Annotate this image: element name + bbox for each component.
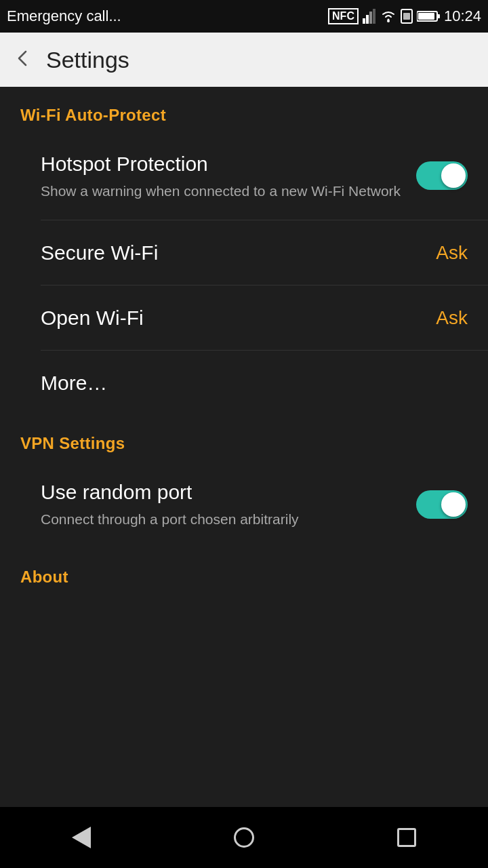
nav-bar bbox=[0, 807, 488, 868]
wifi-section-header: Wi-Fi Auto-Protect bbox=[0, 87, 488, 132]
signal-icon bbox=[363, 9, 376, 24]
wifi-icon bbox=[380, 10, 396, 22]
hotspot-protection-subtitle: Show a warning when connected to a new W… bbox=[41, 181, 403, 201]
vpn-section-header: VPN Settings bbox=[0, 415, 488, 460]
nav-back-icon bbox=[72, 827, 91, 848]
nav-recents-icon bbox=[397, 828, 416, 847]
svg-rect-2 bbox=[369, 12, 372, 24]
svg-point-4 bbox=[387, 20, 390, 22]
battery-icon bbox=[417, 10, 440, 22]
more-content: More… bbox=[41, 370, 468, 396]
svg-rect-8 bbox=[418, 13, 434, 20]
nav-home-icon bbox=[234, 827, 254, 848]
about-section-header: About bbox=[0, 549, 488, 593]
sim-icon bbox=[401, 9, 413, 24]
hotspot-protection-item[interactable]: Hotspot Protection Show a warning when c… bbox=[0, 132, 488, 220]
random-port-title: Use random port bbox=[41, 479, 403, 505]
status-bar: Emergency call... NFC 10:24 bbox=[0, 0, 488, 33]
secure-wifi-content: Secure Wi-Fi bbox=[41, 239, 436, 266]
svg-rect-9 bbox=[437, 14, 440, 18]
nav-back-button[interactable] bbox=[54, 810, 108, 865]
secure-wifi-value: Ask bbox=[436, 242, 468, 264]
svg-rect-3 bbox=[373, 9, 375, 24]
nav-recents-button[interactable] bbox=[380, 810, 434, 865]
secure-wifi-item[interactable]: Secure Wi-Fi Ask bbox=[0, 220, 488, 285]
svg-rect-0 bbox=[363, 18, 365, 24]
random-port-content: Use random port Connect through a port c… bbox=[41, 479, 416, 529]
action-bar: Settings bbox=[0, 33, 488, 87]
open-wifi-item[interactable]: Open Wi-Fi Ask bbox=[0, 285, 488, 350]
nav-home-button[interactable] bbox=[217, 810, 271, 865]
more-title: More… bbox=[41, 370, 454, 396]
svg-rect-6 bbox=[403, 13, 410, 20]
nfc-icon: NFC bbox=[328, 8, 359, 24]
emergency-call-text: Emergency call... bbox=[7, 7, 121, 25]
hotspot-protection-toggle[interactable] bbox=[416, 161, 468, 190]
back-button[interactable] bbox=[14, 47, 33, 72]
open-wifi-title: Open Wi-Fi bbox=[41, 304, 422, 331]
more-item[interactable]: More… bbox=[0, 351, 488, 415]
status-time: 10:24 bbox=[444, 7, 481, 25]
random-port-item[interactable]: Use random port Connect through a port c… bbox=[0, 460, 488, 548]
open-wifi-content: Open Wi-Fi bbox=[41, 304, 436, 331]
random-port-toggle-knob bbox=[441, 492, 466, 517]
random-port-toggle[interactable] bbox=[416, 490, 468, 519]
settings-content: Wi-Fi Auto-Protect Hotspot Protection Sh… bbox=[0, 87, 488, 807]
page-title: Settings bbox=[46, 47, 129, 73]
open-wifi-value: Ask bbox=[436, 307, 468, 329]
secure-wifi-title: Secure Wi-Fi bbox=[41, 239, 422, 266]
status-icons: NFC 10:24 bbox=[328, 7, 481, 25]
hotspot-protection-title: Hotspot Protection bbox=[41, 151, 403, 177]
svg-rect-1 bbox=[366, 15, 369, 24]
random-port-subtitle: Connect through a port chosen arbitraril… bbox=[41, 509, 403, 529]
toggle-knob bbox=[441, 163, 466, 188]
hotspot-protection-content: Hotspot Protection Show a warning when c… bbox=[41, 151, 416, 201]
